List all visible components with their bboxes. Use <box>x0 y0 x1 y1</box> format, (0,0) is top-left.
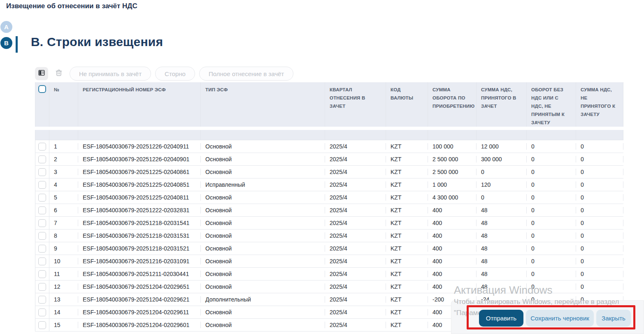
table-header-row: №РЕГИСТРАЦИОННЫЙ НОМЕР ЭСФТИП ЭСФКВАРТАЛ… <box>35 82 623 127</box>
turnover-amount: 400 <box>428 271 477 277</box>
vat-not-credited: 0 <box>576 156 623 162</box>
row-checkbox[interactable] <box>38 194 46 202</box>
esf-type: Основной <box>201 207 325 213</box>
table-row: 9ESF-180540030679-20251218-02031521Основ… <box>35 242 623 255</box>
row-checkbox-cell <box>35 293 49 306</box>
save-draft-button[interactable]: Сохранить черновик <box>526 310 594 327</box>
esf-reg-number: ESF-180540030679-20251204-02029651 <box>78 283 201 290</box>
table-row: 7ESF-180540030679-20251218-02031541Основ… <box>35 217 623 230</box>
esf-type: Основной <box>201 245 325 252</box>
close-button[interactable]: Закрыть <box>596 310 631 327</box>
row-number: 9 <box>49 245 78 252</box>
row-checkbox-cell <box>35 204 49 216</box>
reject-credit-button[interactable]: Не принимать в зачёт <box>70 67 151 81</box>
row-checkbox[interactable] <box>38 206 46 214</box>
esf-type: Основной <box>201 271 325 277</box>
turnover-without-vat: 0 <box>527 181 576 188</box>
esf-reg-number: ESF-180540030679-20251218-02031521 <box>78 245 201 252</box>
quarter: 2025/4 <box>325 207 386 213</box>
send-button[interactable]: Отправить <box>479 310 523 327</box>
row-number: 13 <box>49 296 78 303</box>
columns-settings-button[interactable] <box>35 67 48 80</box>
vat-credited: 48 <box>477 245 527 252</box>
section-marker-b[interactable]: B <box>0 37 12 49</box>
vat-not-credited: 0 <box>576 169 623 175</box>
full-credit-button[interactable]: Полное отнесение в зачёт <box>199 67 293 81</box>
turnover-without-vat: 0 <box>527 194 576 201</box>
currency-code: KZT <box>386 169 428 175</box>
vat-credited: 48 <box>477 220 527 226</box>
esf-type: Основной <box>201 283 325 290</box>
row-checkbox[interactable] <box>38 155 46 163</box>
row-checkbox[interactable] <box>38 308 46 316</box>
esf-type: Основной <box>201 232 325 239</box>
vat-not-credited: 0 <box>576 258 623 264</box>
esf-reg-number: ESF-180540030679-20251226-02040901 <box>78 156 201 162</box>
quarter: 2025/4 <box>325 156 386 162</box>
filter-cell <box>428 130 477 140</box>
row-checkbox[interactable] <box>38 296 46 304</box>
column-header: СУММА НДС, ПРИНЯТОГО В ЗАЧЕТ <box>477 82 527 127</box>
vat-not-credited: 0 <box>576 181 623 188</box>
currency-code: KZT <box>386 194 428 201</box>
vat-credited: 48 <box>477 232 527 239</box>
table-row: 8ESF-180540030679-20251218-02031531Основ… <box>35 230 623 242</box>
table-row: 11ESF-180540030679-20251211-02030441Осно… <box>35 268 623 281</box>
storno-button[interactable]: Сторно <box>155 67 195 81</box>
section-marker-a[interactable]: A <box>0 21 12 33</box>
row-checkbox[interactable] <box>38 143 46 151</box>
column-header: КОД ВАЛЮТЫ <box>386 82 428 127</box>
filter-cell <box>325 130 386 140</box>
table-row: 1ESF-180540030679-20251226-02040911Основ… <box>35 140 623 153</box>
row-checkbox[interactable] <box>38 270 46 278</box>
row-checkbox-cell <box>35 153 49 165</box>
page-title: Извещение об отнесении в зачёт НДС <box>6 2 137 10</box>
esf-type: Основной <box>201 309 325 315</box>
vat-not-credited: 0 <box>576 271 623 277</box>
currency-code: KZT <box>386 309 428 315</box>
turnover-without-vat: 0 <box>527 207 576 213</box>
esf-reg-number: ESF-180540030679-20251222-02032831 <box>78 207 201 213</box>
turnover-amount: 2 500 000 <box>428 169 477 175</box>
row-checkbox[interactable] <box>38 257 46 265</box>
esf-reg-number: ESF-180540030679-20251218-02031541 <box>78 220 201 226</box>
vat-credited: 12 000 <box>477 143 527 150</box>
row-checkbox-cell <box>35 166 49 178</box>
row-checkbox[interactable] <box>38 219 46 227</box>
row-checkbox-cell <box>35 140 49 153</box>
filter-cell <box>386 130 428 140</box>
select-all-cell <box>35 82 49 127</box>
turnover-without-vat: 0 <box>527 169 576 175</box>
select-all-checkbox[interactable] <box>38 85 46 93</box>
vat-credited: 0 <box>477 169 527 175</box>
row-number: 11 <box>49 271 78 277</box>
turnover-amount: 400 <box>428 232 477 239</box>
turnover-without-vat: 0 <box>527 245 576 252</box>
row-checkbox[interactable] <box>38 283 46 291</box>
currency-code: KZT <box>386 245 428 252</box>
turnover-amount: 100 000 <box>428 143 477 150</box>
row-checkbox[interactable] <box>38 245 46 253</box>
columns-icon <box>38 69 45 78</box>
row-checkbox[interactable] <box>38 181 46 189</box>
delete-button[interactable] <box>52 67 65 80</box>
filter-cell <box>527 130 576 140</box>
turnover-amount: 400 <box>428 220 477 226</box>
esf-reg-number: ESF-180540030679-20251216-02031091 <box>78 258 201 264</box>
esf-type: Основной <box>201 258 325 264</box>
row-checkbox[interactable] <box>38 168 46 176</box>
column-header: КВАРТАЛ ОТНЕСЕНИЯ В ЗАЧЕТ <box>325 82 386 127</box>
esf-reg-number: ESF-180540030679-20251225-02040861 <box>78 169 201 175</box>
currency-code: KZT <box>386 296 428 303</box>
row-checkbox[interactable] <box>38 321 46 329</box>
row-number: 3 <box>49 169 78 175</box>
currency-code: KZT <box>386 207 428 213</box>
filter-cell <box>477 130 527 140</box>
filter-cell <box>78 130 201 140</box>
table-row: 2ESF-180540030679-20251226-02040901Основ… <box>35 153 623 166</box>
row-checkbox[interactable] <box>38 232 46 240</box>
esf-reg-number: ESF-180540030679-20251204-02029611 <box>78 309 201 315</box>
turnover-amount: 2 500 000 <box>428 156 477 162</box>
row-checkbox-cell <box>35 242 49 255</box>
quarter: 2025/4 <box>325 283 386 290</box>
